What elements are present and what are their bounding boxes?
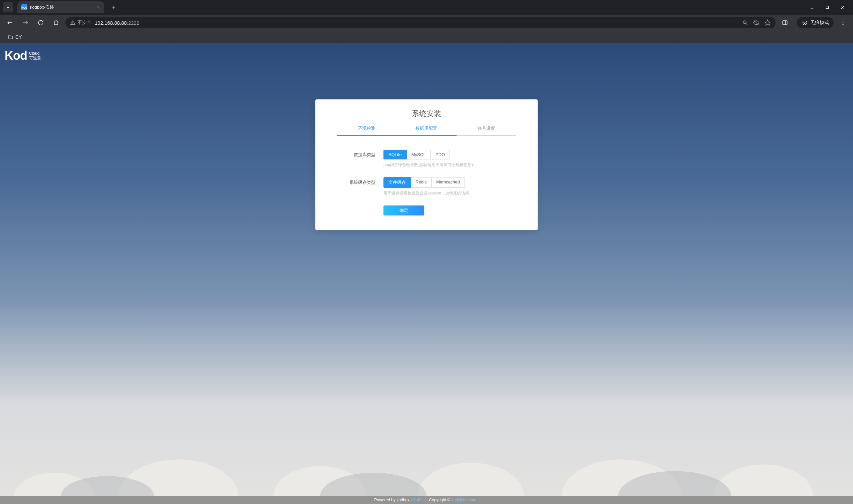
svg-rect-15 <box>783 21 787 25</box>
site-security-warning[interactable]: 不安全 <box>70 20 91 26</box>
nav-back-button[interactable] <box>4 17 16 29</box>
nav-home-button[interactable] <box>50 17 62 29</box>
browser-tabbar: kod kodbox-安装 + <box>0 0 853 15</box>
svg-point-9 <box>73 24 73 24</box>
svg-line-11 <box>746 23 747 25</box>
cache-option-redis[interactable]: Redis <box>410 177 431 188</box>
cache-type-hint: 用于缓存通用数据及会话session，加快系统访问 <box>384 191 516 196</box>
svg-point-20 <box>843 20 843 21</box>
cache-type-label: 系统缓存类型 <box>337 179 384 185</box>
db-type-label: 数据库类型 <box>337 152 384 158</box>
bookmark-folder-label: CY <box>15 34 22 40</box>
install-card: 系统安装 环境检测 数据库配置 账号设置 数据库类型 SQLite MySQL … <box>315 100 538 230</box>
kod-logo: Kod Cloud 可道云 <box>5 49 41 63</box>
background-mountains <box>0 443 853 496</box>
new-tab-button[interactable]: + <box>109 2 119 12</box>
side-panel-button[interactable] <box>779 17 791 29</box>
tab-favicon: kod <box>21 4 28 10</box>
db-type-options: SQLite MySQL PDO <box>384 150 450 159</box>
zoom-icon[interactable] <box>742 20 748 26</box>
cache-type-row: 系统缓存类型 文件缓存 Redis Memcached <box>337 177 516 188</box>
step-env-check: 环境检测 <box>337 125 396 136</box>
db-type-hint: php内置绿色轻量数据库(适用于测试或小规模使用). <box>384 162 516 168</box>
nav-forward-button[interactable] <box>19 17 31 29</box>
security-warning-label: 不安全 <box>77 20 91 26</box>
page-content: Kod Cloud 可道云 系统安装 环境检测 数据库配置 账号设置 数据库类型… <box>0 43 853 504</box>
cache-option-file[interactable]: 文件缓存 <box>384 177 411 188</box>
page-footer: Powered by kodbox V1.49 | Copyright © ko… <box>0 496 853 504</box>
cache-option-memcached[interactable]: Memcached <box>431 177 465 188</box>
bookmark-folder[interactable]: CY <box>5 33 24 41</box>
db-option-sqlite[interactable]: SQLite <box>384 150 407 159</box>
step-db-config: 数据库配置 <box>396 125 456 136</box>
card-title: 系统安装 <box>337 109 516 119</box>
footer-powered: Powered by kodbox <box>374 498 409 502</box>
db-option-pdo[interactable]: PDO <box>430 150 450 159</box>
db-type-row: 数据库类型 SQLite MySQL PDO <box>337 150 516 159</box>
svg-rect-3 <box>826 6 829 9</box>
window-close-button[interactable] <box>835 1 850 13</box>
browser-toolbar: 不安全 192.168.88.88:2222 无痕模式 <box>0 15 853 31</box>
footer-site-link[interactable]: kodcloud.com <box>451 498 476 502</box>
nav-reload-button[interactable] <box>35 17 47 29</box>
browser-menu-button[interactable] <box>837 17 849 29</box>
install-steps: 环境检测 数据库配置 账号设置 <box>337 125 516 136</box>
cache-type-options: 文件缓存 Redis Memcached <box>384 177 465 188</box>
logo-main-text: Kod <box>5 49 27 63</box>
omnibox-url: 192.168.88.88:2222 <box>95 20 139 26</box>
tab-title: kodbox-安装 <box>30 4 93 10</box>
incognito-indicator[interactable]: 无痕模式 <box>797 17 834 28</box>
window-controls <box>804 1 850 13</box>
incognito-label: 无痕模式 <box>810 20 829 26</box>
window-minimize-button[interactable] <box>804 1 820 13</box>
bookmark-star-icon[interactable] <box>764 19 771 26</box>
window-maximize-button[interactable] <box>820 1 835 13</box>
svg-point-21 <box>843 22 843 23</box>
step-account: 账号设置 <box>457 125 516 136</box>
submit-button[interactable]: 确定 <box>384 205 424 215</box>
browser-tab[interactable]: kod kodbox-安装 <box>17 1 104 13</box>
svg-marker-14 <box>765 20 770 25</box>
footer-copyright: Copyright © <box>429 498 450 502</box>
footer-tail: . <box>478 498 479 502</box>
bookmark-bar: CY <box>0 31 853 43</box>
svg-point-18 <box>805 23 806 25</box>
tab-close-button[interactable] <box>96 5 100 9</box>
footer-version-link[interactable]: V1.49 <box>411 498 421 502</box>
svg-point-22 <box>843 24 843 25</box>
eye-off-icon[interactable] <box>753 19 760 26</box>
logo-sub-text: Cloud 可道云 <box>29 51 41 60</box>
omnibox[interactable]: 不安全 192.168.88.88:2222 <box>66 17 776 28</box>
svg-point-17 <box>803 23 805 25</box>
db-option-mysql[interactable]: MySQL <box>407 150 431 159</box>
tabs-dropdown-button[interactable] <box>3 2 13 12</box>
